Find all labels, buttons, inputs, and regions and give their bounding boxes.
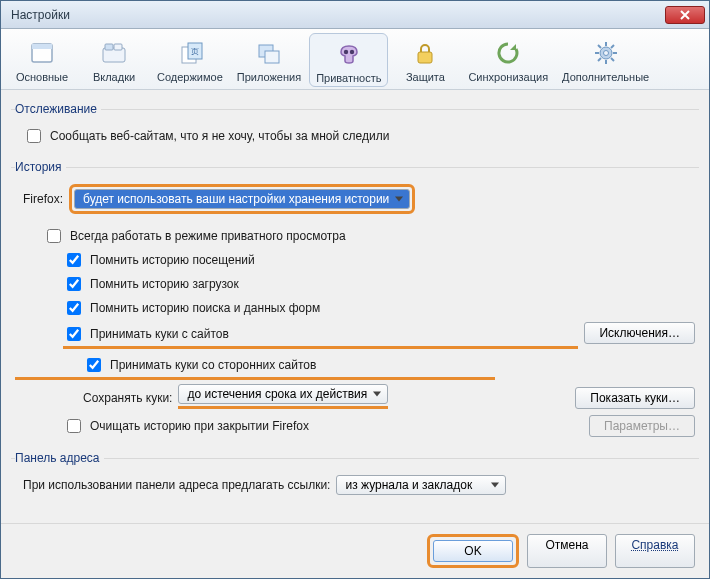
keep-cookies-label: Сохранять куки:: [83, 391, 172, 405]
keep-cookies-select[interactable]: до истечения срока их действия: [178, 384, 388, 404]
show-cookies-button[interactable]: Показать куки…: [575, 387, 695, 409]
help-button[interactable]: Справка: [615, 534, 695, 568]
close-icon: [680, 10, 690, 20]
tabs-icon: [98, 37, 130, 69]
svg-rect-12: [418, 52, 432, 63]
tab-general[interactable]: Основные: [7, 33, 77, 87]
clear-on-close-label: Очищать историю при закрытии Firefox: [90, 419, 309, 433]
svg-rect-4: [114, 44, 122, 50]
history-legend: История: [15, 160, 66, 174]
remember-downloads-label: Помнить историю загрузок: [90, 277, 239, 291]
clear-on-close-checkbox[interactable]: [67, 419, 81, 433]
applications-icon: [253, 37, 285, 69]
tracking-legend: Отслеживание: [15, 102, 101, 116]
tab-content-label: Содержимое: [157, 71, 223, 83]
tab-security[interactable]: Защита: [390, 33, 460, 87]
gear-icon: [590, 37, 622, 69]
accept-cookies-checkbox[interactable]: [67, 327, 81, 341]
close-button[interactable]: [665, 6, 705, 24]
svg-text:页: 页: [191, 47, 199, 56]
remember-forms-checkbox[interactable]: [67, 301, 81, 315]
tab-general-label: Основные: [16, 71, 68, 83]
tab-tabs-label: Вкладки: [93, 71, 135, 83]
cancel-button[interactable]: Отмена: [527, 534, 607, 568]
suggest-select[interactable]: из журнала и закладок: [336, 475, 506, 495]
tab-privacy[interactable]: Приватность: [309, 33, 388, 87]
tab-applications[interactable]: Приложения: [231, 33, 307, 87]
accept-cookies-label: Принимать куки с сайтов: [90, 327, 229, 341]
firefox-mode-label: Firefox:: [23, 192, 63, 206]
titlebar: Настройки: [1, 1, 709, 29]
general-icon: [26, 37, 58, 69]
keep-cookies-value: до истечения срока их действия: [187, 387, 367, 401]
dnt-label: Сообщать веб-сайтам, что я не хочу, чтоб…: [50, 129, 389, 143]
content-panel: Отслеживание Сообщать веб-сайтам, что я …: [1, 90, 709, 523]
tab-applications-label: Приложения: [237, 71, 301, 83]
ok-button[interactable]: OK: [433, 540, 513, 562]
history-section: История Firefox: будет использовать ваши…: [11, 160, 699, 443]
window-title: Настройки: [11, 8, 70, 22]
privacy-icon: [333, 38, 365, 70]
locationbar-section: Панель адреса При использовании панели а…: [11, 451, 699, 501]
svg-point-11: [350, 50, 354, 54]
remember-downloads-checkbox[interactable]: [67, 277, 81, 291]
suggest-value: из журнала и закладок: [345, 478, 472, 492]
remember-forms-label: Помнить историю поиска и данных форм: [90, 301, 320, 315]
svg-rect-1: [32, 44, 52, 49]
history-mode-value: будет использовать ваши настройки хранен…: [83, 192, 389, 206]
tracking-section: Отслеживание Сообщать веб-сайтам, что я …: [11, 102, 699, 152]
svg-line-21: [598, 58, 601, 61]
svg-line-20: [611, 58, 614, 61]
locationbar-legend: Панель адреса: [15, 451, 104, 465]
suggest-label: При использовании панели адреса предлага…: [23, 478, 330, 492]
tab-tabs[interactable]: Вкладки: [79, 33, 149, 87]
tab-content[interactable]: 页 Содержимое: [151, 33, 229, 87]
security-icon: [409, 37, 441, 69]
svg-line-19: [598, 45, 601, 48]
settings-window: Настройки Основные Вкладки 页 Содержимое: [0, 0, 710, 579]
tab-advanced[interactable]: Дополнительные: [556, 33, 655, 87]
svg-point-10: [344, 50, 348, 54]
svg-rect-9: [265, 51, 279, 63]
content-icon: 页: [174, 37, 206, 69]
third-party-cookies-label: Принимать куки со сторонних сайтов: [110, 358, 316, 372]
clear-settings-button: Параметры…: [589, 415, 695, 437]
svg-line-22: [611, 45, 614, 48]
dnt-checkbox[interactable]: [27, 129, 41, 143]
third-party-cookies-checkbox[interactable]: [87, 358, 101, 372]
always-private-checkbox[interactable]: [47, 229, 61, 243]
tab-sync[interactable]: Синхронизация: [462, 33, 554, 87]
sync-icon: [492, 37, 524, 69]
svg-point-14: [603, 51, 608, 56]
tab-advanced-label: Дополнительные: [562, 71, 649, 83]
tab-privacy-label: Приватность: [316, 72, 381, 84]
tab-security-label: Защита: [406, 71, 445, 83]
always-private-label: Всегда работать в режиме приватного прос…: [70, 229, 346, 243]
remember-visits-checkbox[interactable]: [67, 253, 81, 267]
exceptions-button[interactable]: Исключения…: [584, 322, 695, 344]
tab-sync-label: Синхронизация: [468, 71, 548, 83]
svg-rect-3: [105, 44, 113, 50]
remember-visits-label: Помнить историю посещений: [90, 253, 255, 267]
history-mode-select[interactable]: будет использовать ваши настройки хранен…: [74, 189, 410, 209]
category-toolbar: Основные Вкладки 页 Содержимое Приложения…: [1, 29, 709, 90]
dialog-footer: OK Отмена Справка: [1, 523, 709, 578]
